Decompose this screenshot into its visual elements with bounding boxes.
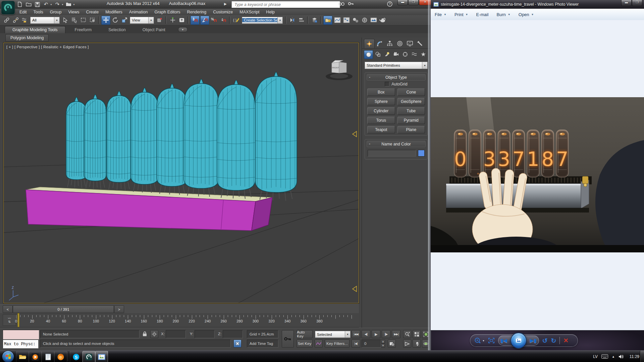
edit-named-selection-icon[interactable]: { } [232,16,240,24]
start-button[interactable] [2,351,14,362]
utilities-tab-icon[interactable] [415,39,425,48]
menu-grapheditors[interactable]: Graph Editors [151,9,183,15]
viewer-menu-open[interactable]: Open▼ [515,11,538,18]
time-slider-marker[interactable] [17,313,19,327]
layer-manager-icon[interactable] [310,16,319,24]
taskbar-explorer-button[interactable] [16,351,29,362]
add-time-tag[interactable]: Add Time Tag [247,340,278,348]
object-name-field[interactable] [368,150,416,157]
minimize-button[interactable]: ▬ [397,0,408,5]
project-folder-icon[interactable] [65,1,72,8]
z-coordinate-field[interactable] [223,330,243,338]
next-frame-button[interactable]: > [114,305,124,313]
set-keys-button[interactable] [282,330,294,348]
search-input[interactable] [234,2,338,7]
ribbon-tab-graphite-modeling-tools[interactable]: Graphite Modeling Tools [5,26,65,33]
ribbon-tab-selection[interactable]: Selection [101,26,133,33]
cameras-icon[interactable] [392,50,400,58]
taskbar-skype-button[interactable]: S [70,351,83,362]
play-slideshow-button[interactable] [511,333,527,349]
minimize-button[interactable]: ▬ [621,0,632,6]
taskbar-firefox-button[interactable] [54,351,67,362]
name-color-header[interactable]: - Name and Color [367,141,426,147]
maximize-button[interactable]: ❐ [632,0,642,6]
geometry-icon[interactable] [364,50,373,59]
tube-button[interactable]: Tube [397,107,425,115]
cylinder-button[interactable]: Cylinder [367,107,395,115]
select-move-icon[interactable] [101,16,110,25]
keyboard-override-icon[interactable] [177,16,186,24]
torus-button[interactable]: Torus [367,117,395,124]
autogrid-checkbox[interactable] [385,82,389,86]
absolute-offset-toggle-icon[interactable] [150,330,158,338]
undo-caret-icon[interactable]: ▼ [50,3,52,6]
frame-spinner[interactable]: ▲▼ [381,340,385,348]
mini-curve-editor-icon[interactable]: 〰⇅ [3,314,16,326]
select-link-icon[interactable] [2,16,11,24]
redo-caret-icon[interactable]: ▼ [61,3,64,6]
shapes-icon[interactable] [374,50,382,58]
set-key-button[interactable]: Set Key [297,340,313,348]
viewer-menu-file[interactable]: File▼ [431,11,450,18]
previous-frame-button[interactable]: < [3,305,13,313]
polygon-modeling-panel[interactable]: Polygon Modeling [5,34,49,42]
zoom-magnifier-icon[interactable]: ▼ [474,337,485,344]
delete-button[interactable]: ✕ [563,337,568,344]
fit-to-window-icon[interactable] [488,338,495,344]
save-file-icon[interactable] [34,1,41,8]
pyramid-button[interactable]: Pyramid [397,117,425,124]
curve-editor-icon[interactable] [333,16,341,24]
bind-spacewarp-icon[interactable] [20,16,29,24]
maximize-button[interactable]: ❐ [408,0,419,5]
menu-create[interactable]: Create [83,9,102,15]
photo-viewer-titlebar[interactable]: steinsgate-14-divergence_meter-suzuha-ti… [431,0,644,9]
default-in-out-tangents-icon[interactable] [315,340,323,348]
object-type-header[interactable]: - Object Type [367,74,426,80]
taskbar-3dsmax-button[interactable] [83,351,95,362]
3dsmax-titlebar[interactable]: ↶▼ ↷▼ ▼ Autodesk 3ds Max 2012 x64AutoBac… [0,0,430,9]
menu-edit[interactable]: Edit [16,9,30,15]
schematic-view-icon[interactable] [342,16,351,24]
spinner-snap-icon[interactable] [219,16,227,24]
clock[interactable]: 11:29 [630,354,639,359]
geosphere-button[interactable]: GeoSphere [397,98,425,105]
show-hidden-icons[interactable]: ▲ [612,355,615,358]
percent-snap-icon[interactable]: % [210,16,218,24]
previous-image-button[interactable]: ▮◀ [500,338,507,344]
isolate-selection-icon[interactable] [233,340,241,348]
keyboard-icon[interactable] [601,354,608,359]
open-file-icon[interactable] [25,1,32,8]
ribbon-toggle-icon[interactable] [323,16,332,25]
modify-tab-icon[interactable] [375,39,385,48]
select-scale-icon[interactable] [120,16,128,24]
time-slider-handle[interactable]: 0 / 391 [13,305,114,313]
selection-filter-dropdown[interactable]: All▼ [30,17,60,24]
go-to-start-button[interactable]: |◀◀ [352,330,360,338]
motion-tab-icon[interactable] [395,39,405,48]
next-image-button[interactable]: ▶▮ [530,338,537,344]
undo-icon[interactable]: ↶ [42,1,50,8]
3dsmax-app-button[interactable] [1,1,15,15]
taskbar-mediaplayer-button[interactable] [29,351,42,362]
x-coordinate-field[interactable] [166,330,186,338]
rotate-counterclockwise-icon[interactable]: ↺ [542,337,548,345]
snap-toggle-3d-icon[interactable]: 3 [191,16,200,25]
select-manipulate-icon[interactable] [168,16,177,24]
ribbon-tab-freeform[interactable]: Freeform [67,26,99,33]
help-icon[interactable]: ? [387,1,392,7]
box-button[interactable]: Box [367,88,395,96]
render-production-icon[interactable] [378,16,387,24]
menu-rendering[interactable]: Rendering [184,9,210,15]
maxscript-mini-listener[interactable] [3,330,39,340]
language-indicator[interactable]: LV [593,354,598,359]
sphere-button[interactable]: Sphere [367,98,395,105]
menu-animation[interactable]: Animation [126,9,151,15]
select-object-icon[interactable] [61,16,69,24]
ribbon-tab-object-paint[interactable]: Object Paint [135,26,173,33]
object-color-swatch[interactable] [418,150,425,157]
mirror-icon[interactable] [288,16,297,24]
auto-key-button[interactable]: Auto Key [297,330,313,338]
menu-group[interactable]: Group [47,9,65,15]
taskbar-photoviewer-button[interactable] [95,351,108,362]
redo-icon[interactable]: ↷ [54,1,61,8]
